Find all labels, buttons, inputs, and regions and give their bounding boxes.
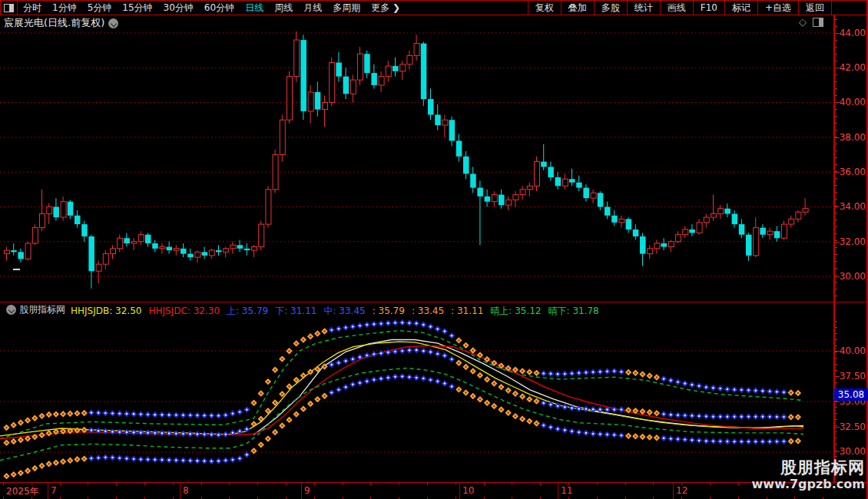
axis-tick [835, 276, 840, 277]
time-tick [738, 483, 739, 485]
period-tab-1[interactable]: 1分钟 [47, 1, 82, 15]
sub-axis-label-0: 40.00 [840, 345, 866, 356]
period-tab-0[interactable]: 分时 [18, 1, 47, 15]
indicator-value-6: : 33.45 [412, 306, 444, 316]
axis-tick [835, 33, 840, 34]
axis-tick [835, 123, 837, 124]
main-axis-label-0: 44.00 [840, 28, 866, 38]
axis-tick [835, 376, 840, 377]
pane-corner-icons: ◇ [799, 18, 823, 27]
axis-tick [835, 370, 837, 371]
time-tick [653, 483, 654, 485]
month-label-8: 8 [183, 485, 189, 496]
maximize-pane-icon[interactable] [813, 18, 823, 27]
indicator-band-chart[interactable] [0, 316, 833, 482]
time-tick [286, 483, 287, 485]
period-tab-8[interactable]: 月线 [298, 1, 327, 15]
period-tab-9[interactable]: 多周期 [327, 1, 366, 15]
main-axis-label-3: 38.00 [840, 132, 866, 143]
time-tick [512, 483, 512, 485]
axis-tick [835, 88, 837, 89]
main-candlestick-chart[interactable] [0, 15, 833, 302]
toolbar-action-5[interactable]: F10 [693, 1, 724, 15]
indicator-value-1: HHJSJDC: 32.30 [148, 306, 220, 316]
axis-tick [835, 296, 837, 296]
axis-tick [835, 451, 840, 452]
indicator-value-8: 晴上: 35.12 [490, 306, 541, 316]
indicator-value-7: : 31.11 [451, 306, 483, 316]
axis-tick [835, 282, 837, 283]
axis-tick [835, 327, 837, 328]
period-tab-4[interactable]: 30分钟 [158, 1, 199, 15]
panel-layout-button[interactable] [1, 1, 18, 15]
month-divider [673, 483, 674, 499]
axis-tick [835, 240, 837, 241]
time-tick [399, 483, 399, 485]
axis-tick [835, 150, 837, 151]
axis-tick [835, 351, 840, 352]
diamond-mark-icon[interactable]: ◇ [799, 18, 807, 26]
axis-tick [835, 207, 840, 207]
stock-app-window: 分时1分钟5分钟15分钟30分钟60分钟日线周线月线多周期更多 ❯ 复权叠加多股… [0, 0, 868, 499]
main-axis-label-4: 36.00 [840, 167, 866, 177]
period-tab-7[interactable]: 周线 [269, 1, 298, 15]
time-tick [201, 483, 202, 485]
axis-tick [835, 382, 837, 383]
axis-tick [835, 220, 837, 220]
month-label-12: 12 [676, 485, 687, 496]
year-label: 2025年 [6, 485, 39, 498]
sub-axis-label-1: 37.50 [840, 371, 866, 382]
axis-tick [835, 339, 837, 340]
axis-tick [835, 130, 837, 131]
axis-tick [835, 254, 837, 255]
time-axis[interactable]: 2025年 789101112 [0, 482, 868, 499]
time-tick [116, 483, 117, 485]
toolbar-action-8[interactable]: 返回 [798, 1, 832, 15]
axis-tick [835, 164, 837, 165]
period-tab-6[interactable]: 日线 [240, 1, 269, 15]
axis-tick [835, 450, 837, 451]
chart-titlebar[interactable]: 宸展光电(日线.前复权) [4, 16, 118, 30]
indicator-collapse-icon[interactable] [6, 305, 16, 315]
chevron-down-icon[interactable] [108, 18, 118, 28]
toolbar-action-1[interactable]: 叠加 [561, 1, 594, 15]
axis-tick [835, 68, 840, 68]
period-tab-3[interactable]: 15分钟 [117, 1, 157, 15]
axis-tick [835, 358, 837, 359]
time-tick [625, 483, 626, 485]
axis-tick [835, 438, 837, 438]
axis-tick [835, 456, 837, 457]
period-tab-2[interactable]: 5分钟 [82, 1, 118, 15]
main-axis-label-2: 40.00 [840, 97, 866, 107]
main-axis-label-6: 32.00 [840, 236, 866, 247]
axis-tick [835, 444, 837, 444]
axis-tick [835, 109, 837, 110]
axis-tick [835, 54, 837, 55]
axis-tick [835, 172, 840, 173]
axis-tick [835, 352, 837, 352]
toolbar-action-7[interactable]: +自选 [757, 1, 798, 15]
watermark: 股朋指标网 www.7gpzb.com [752, 458, 865, 492]
period-toolbar: 分时1分钟5分钟15分钟30分钟60分钟日线周线月线多周期更多 ❯ 复权叠加多股… [0, 0, 868, 15]
toolbar-action-2[interactable]: 多股 [594, 1, 627, 15]
axis-tick [835, 144, 837, 144]
time-tick [60, 483, 61, 485]
toolbar-action-0[interactable]: 复权 [528, 1, 561, 15]
axis-tick [835, 178, 837, 179]
period-tab-10[interactable]: 更多 ❯ [366, 1, 406, 15]
axis-tick [835, 345, 837, 346]
watermark-url: www.7gpzb.com [752, 477, 865, 492]
axis-tick [835, 226, 837, 227]
toolbar-action-3[interactable]: 统计 [627, 1, 660, 15]
time-tick [31, 483, 32, 485]
axis-tick [835, 425, 837, 426]
indicator-source-label: 股朋指标网 [19, 303, 65, 316]
axis-tick [835, 102, 840, 103]
axis-tick [835, 247, 837, 248]
time-tick [568, 483, 569, 485]
toolbar-action-6[interactable]: 标记 [724, 1, 757, 15]
axis-tick [835, 74, 837, 75]
time-tick [173, 483, 174, 485]
toolbar-action-4[interactable]: 画线 [660, 1, 693, 15]
period-tab-5[interactable]: 60分钟 [199, 1, 240, 15]
